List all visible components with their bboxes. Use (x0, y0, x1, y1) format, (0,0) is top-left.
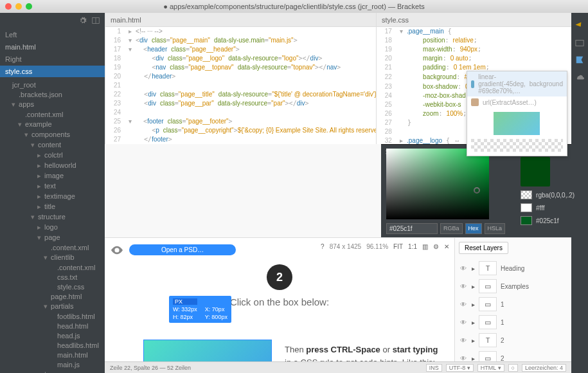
tree-item[interactable]: footlibs.html (0, 311, 105, 321)
layer-row[interactable]: 👁▸▭2 (459, 349, 567, 361)
cloud-icon[interactable] (575, 72, 584, 81)
tree-item[interactable]: ▾ partials (0, 301, 105, 311)
format-rgba[interactable]: RGBa (440, 223, 463, 234)
editor-left[interactable]: main.html 1 ▸ <!-- ··· --> 16 ▾ <div cla… (105, 13, 376, 144)
tree-item[interactable]: .content.xml (0, 109, 105, 119)
hint-tag: background (530, 80, 563, 87)
tree-item[interactable]: style.css (0, 282, 105, 291)
code-hint-popup[interactable]: linear-gradient(-45deg, #69c8e70%,…backg… (467, 71, 567, 156)
eye-icon[interactable] (111, 246, 123, 255)
tree-item[interactable]: jcr_root (0, 80, 105, 89)
color-value-input[interactable] (386, 223, 438, 234)
encoding[interactable]: UTF-8 ▾ (446, 364, 474, 372)
current-color-swatch (521, 157, 550, 186)
inline-color-editor: × RGBa Hex HSLa rgba(0,0 (381, 144, 571, 237)
visibility-icon[interactable]: 👁 (460, 355, 468, 362)
tree-item[interactable]: .content.xml (0, 262, 105, 272)
tree-item[interactable]: headlibs.html (0, 340, 105, 350)
format-hsla[interactable]: HSLa (485, 223, 506, 234)
tree-item[interactable]: ▸ logo (0, 222, 105, 232)
tree-item[interactable]: ▸ topnav (0, 369, 105, 373)
tree-item[interactable]: ▾ structure (0, 212, 105, 222)
hint-item-2[interactable]: url(ExtractAsset…) (483, 99, 537, 106)
tree-item[interactable]: ▾ apps (0, 99, 105, 109)
selected-layer-box[interactable] (143, 340, 272, 361)
close-panel-icon[interactable]: ✕ (444, 243, 449, 250)
tree-item[interactable]: ▾ content (0, 140, 105, 150)
svg-rect-2 (576, 41, 584, 46)
tree-item[interactable]: ▾ page (0, 232, 105, 242)
tree-item[interactable]: ▸ title (0, 201, 105, 212)
linting-status[interactable]: ○ (508, 364, 518, 372)
color-swatch[interactable]: rgba(0,0,0,.2) (521, 190, 575, 199)
hint-item-1[interactable]: linear-gradient(-45deg, #69c8e70%,… (478, 73, 525, 95)
layers-icon[interactable]: ▥ (422, 243, 428, 250)
layer-row[interactable]: 👁▸THeading (459, 259, 567, 277)
tree-item[interactable]: ▾ clientlib (0, 252, 105, 262)
split-icon[interactable] (92, 17, 100, 24)
gear-icon[interactable] (79, 17, 87, 24)
editor-right[interactable]: style.css 17 ▾ .page__main { 18 position… (376, 13, 571, 144)
sidebar: Left main.html Right style.css jcr_root … (0, 13, 105, 373)
folder-icon: ▸ (472, 337, 475, 344)
cursor-position: Zeile 22, Spalte 26 — 52 Zeilen (110, 365, 191, 371)
layer-row[interactable]: 👁▸▭1 (459, 295, 567, 313)
layer-row[interactable]: 👁▸▭1 (459, 313, 567, 331)
help-icon[interactable]: ? (321, 243, 325, 250)
tree-item[interactable]: head.html (0, 321, 105, 331)
language-mode[interactable]: HTML ▾ (477, 364, 504, 372)
color-field[interactable] (386, 149, 489, 219)
working-file-style-css[interactable]: style.css (0, 66, 105, 77)
visibility-icon[interactable]: 👁 (460, 337, 468, 344)
tree-item[interactable]: .content.xml (0, 242, 105, 252)
format-hex[interactable]: Hex (465, 223, 482, 234)
psd-dimensions: 874 x 1425 (330, 243, 362, 250)
gradient-icon (471, 80, 474, 88)
tree-item[interactable]: ▸ helloworld (0, 160, 105, 170)
visibility-icon[interactable]: 👁 (460, 319, 468, 326)
layer-row[interactable]: 👁▸T2 (459, 331, 567, 349)
editor-right-tab[interactable]: style.css (377, 13, 571, 27)
tree-item[interactable]: css.txt (0, 272, 105, 282)
live-preview-icon[interactable] (575, 22, 584, 31)
tree-item[interactable]: ▸ colctrl (0, 150, 105, 160)
indent-setting[interactable]: Leerzeichen: 4 (522, 364, 566, 372)
visibility-icon[interactable]: 👁 (460, 283, 468, 290)
tree-item[interactable]: head.js (0, 331, 105, 340)
color-swatch[interactable]: #fff (521, 203, 575, 212)
working-set-right-label: Right (0, 53, 105, 66)
one-to-one-button[interactable]: 1:1 (408, 243, 417, 250)
step-caption: Click on the box below: (111, 296, 448, 307)
tree-item[interactable]: ▸ image (0, 170, 105, 181)
color-handle[interactable] (474, 187, 480, 194)
open-psd-button[interactable]: Open a PSD… (129, 244, 236, 255)
folder-icon: ▸ (472, 301, 475, 308)
folder-icon: ▸ (472, 319, 475, 326)
settings-icon[interactable]: ⚙ (433, 243, 439, 250)
visibility-icon[interactable]: 👁 (460, 265, 468, 272)
tree-item[interactable]: ▸ textimage (0, 191, 105, 201)
visibility-icon[interactable]: 👁 (460, 301, 468, 308)
editor-left-code[interactable]: 1 ▸ <!-- ··· --> 16 ▾ <div class="page__… (105, 27, 376, 144)
tree-item[interactable]: ▾ components (0, 129, 105, 140)
zoom-level: 96.11% (366, 243, 388, 250)
status-bar: Zeile 22, Spalte 26 — 52 Zeilen INS UTF-… (105, 361, 571, 373)
insert-mode[interactable]: INS (426, 364, 442, 372)
extension-manager-icon[interactable] (575, 39, 584, 48)
working-file-main-html[interactable]: main.html (0, 41, 105, 53)
step-badge: 2 (267, 264, 292, 290)
tree-item[interactable]: ▾ example (0, 119, 105, 129)
tree-item[interactable]: main.html (0, 350, 105, 359)
tree-item[interactable]: main.js (0, 359, 105, 369)
extract-icon[interactable] (575, 55, 584, 64)
color-swatch[interactable]: #025c1f (521, 216, 575, 225)
editor-left-tab[interactable]: main.html (105, 13, 376, 27)
fit-button[interactable]: FIT (393, 243, 403, 250)
folder-icon: ▸ (472, 283, 475, 290)
reset-layers-button[interactable]: Reset Layers (459, 242, 508, 254)
layer-row[interactable]: 👁▸▭Examples (459, 277, 567, 295)
tree-item[interactable]: page.html (0, 291, 105, 301)
tree-item[interactable]: .brackets.json (0, 89, 105, 99)
asset-icon (471, 98, 479, 106)
tree-item[interactable]: ▸ text (0, 181, 105, 191)
